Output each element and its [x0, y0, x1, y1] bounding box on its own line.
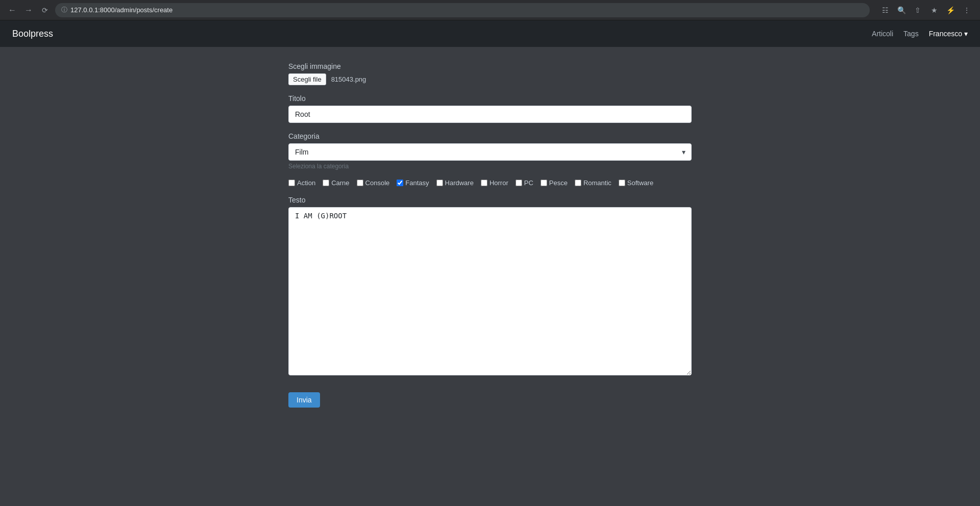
testo-label: Testo [288, 196, 692, 204]
title-section: Titolo [288, 94, 692, 123]
title-label: Titolo [288, 94, 692, 103]
file-input-row: Scegli file 815043.png [288, 73, 692, 85]
reload-button[interactable]: ⟳ [39, 4, 51, 16]
checkbox-label-action: Action [297, 179, 315, 187]
url-text: 127.0.0.1:8000/admin/posts/create [70, 6, 173, 14]
checkbox-item-software[interactable]: Software [619, 179, 653, 187]
category-section: Categoria Film Serie TV Musica Libri Alt… [288, 132, 692, 170]
back-button[interactable]: ← [6, 4, 18, 16]
extension-icon[interactable]: ⚡ [943, 3, 958, 17]
nav-user-name: Francesco [929, 30, 962, 38]
file-choose-button[interactable]: Scegli file [288, 73, 326, 85]
checkbox-horror[interactable] [481, 180, 487, 186]
checkbox-label-fantasy: Fantasy [405, 179, 429, 187]
category-select[interactable]: Film Serie TV Musica Libri Altro [288, 143, 692, 161]
checkbox-pc[interactable] [516, 180, 522, 186]
checkbox-item-carne[interactable]: Carne [323, 179, 349, 187]
checkbox-label-horror: Horror [489, 179, 508, 187]
checkbox-carne[interactable] [323, 180, 329, 186]
checkbox-hardware[interactable] [436, 180, 443, 186]
checkbox-label-software: Software [627, 179, 653, 187]
browser-chrome: ← → ⟳ ⓘ 127.0.0.1:8000/admin/posts/creat… [0, 0, 980, 20]
forward-button[interactable]: → [22, 4, 35, 16]
checkbox-label-romantic: Romantic [583, 179, 611, 187]
checkbox-pesce[interactable] [541, 180, 547, 186]
menu-icon[interactable]: ⋮ [960, 3, 974, 17]
checkbox-fantasy[interactable] [397, 180, 403, 186]
file-name-display: 815043.png [331, 75, 366, 83]
checkbox-label-console: Console [365, 179, 390, 187]
checkbox-item-fantasy[interactable]: Fantasy [397, 179, 429, 187]
search-icon[interactable]: 🔍 [894, 3, 909, 17]
google-apps-icon[interactable]: ☷ [878, 3, 892, 17]
checkbox-romantic[interactable] [575, 180, 581, 186]
tags-section: ActionCarneConsoleFantasyHardwareHorrorP… [288, 179, 692, 187]
address-bar[interactable]: ⓘ 127.0.0.1:8000/admin/posts/create [55, 3, 870, 17]
checkbox-item-hardware[interactable]: Hardware [436, 179, 474, 187]
title-input[interactable] [288, 106, 692, 123]
submit-button[interactable]: Invia [288, 392, 320, 408]
checkbox-console[interactable] [357, 180, 363, 186]
checkbox-label-pc: PC [524, 179, 533, 187]
nav-articoli[interactable]: Articoli [872, 30, 893, 38]
checkboxes-row: ActionCarneConsoleFantasyHardwareHorrorP… [288, 179, 692, 187]
testo-section: Testo [288, 196, 692, 377]
nav-tags[interactable]: Tags [903, 30, 919, 38]
share-icon[interactable]: ⇧ [911, 3, 925, 17]
bookmark-icon[interactable]: ★ [927, 3, 941, 17]
category-hint: Seleziona la categoria [288, 163, 692, 170]
checkbox-item-pc[interactable]: PC [516, 179, 533, 187]
checkbox-item-pesce[interactable]: Pesce [541, 179, 568, 187]
checkbox-item-romantic[interactable]: Romantic [575, 179, 611, 187]
image-label: Scegli immagine [288, 62, 692, 70]
nav-user-menu[interactable]: Francesco ▾ [929, 30, 968, 38]
category-label: Categoria [288, 132, 692, 140]
browser-actions: ☷ 🔍 ⇧ ★ ⚡ ⋮ [878, 3, 974, 17]
checkbox-action[interactable] [288, 180, 295, 186]
navbar-links: Articoli Tags Francesco ▾ [872, 30, 968, 38]
main-content: Scegli immagine Scegli file 815043.png T… [278, 62, 702, 408]
checkbox-label-carne: Carne [331, 179, 349, 187]
navbar: Boolpress Articoli Tags Francesco ▾ [0, 20, 980, 47]
navbar-brand[interactable]: Boolpress [12, 29, 53, 39]
checkbox-item-action[interactable]: Action [288, 179, 315, 187]
testo-textarea[interactable] [288, 207, 692, 375]
checkbox-label-pesce: Pesce [549, 179, 568, 187]
checkbox-item-console[interactable]: Console [357, 179, 390, 187]
lock-icon: ⓘ [61, 6, 67, 14]
checkbox-label-hardware: Hardware [445, 179, 474, 187]
chevron-down-icon: ▾ [964, 30, 968, 38]
category-select-wrapper: Film Serie TV Musica Libri Altro [288, 143, 692, 161]
image-section: Scegli immagine Scegli file 815043.png [288, 62, 692, 85]
checkbox-software[interactable] [619, 180, 625, 186]
checkbox-item-horror[interactable]: Horror [481, 179, 508, 187]
